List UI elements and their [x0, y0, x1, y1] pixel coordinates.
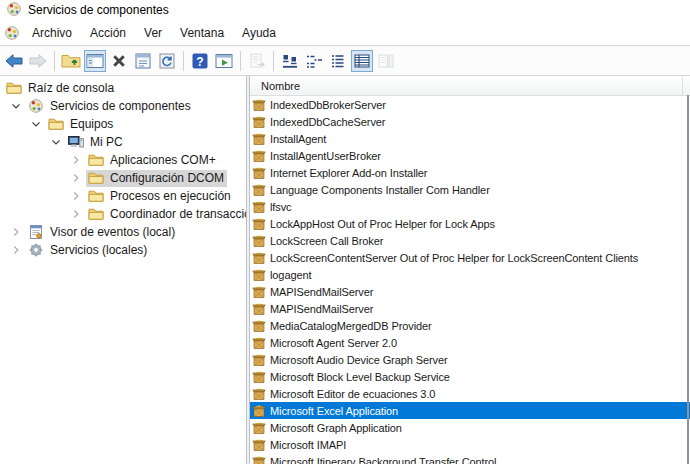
list-item[interactable]: MAPISendMailServer [250, 300, 690, 317]
dcom-application-icon [252, 98, 266, 112]
menu-ver[interactable]: Ver [135, 23, 171, 43]
chevron-collapsed-icon[interactable] [68, 152, 86, 168]
list-item[interactable]: Microsoft Editor de ecuaciones 3.0 [250, 385, 690, 402]
title-bar: Servicios de componentes [0, 0, 690, 20]
tree-item-configuracion-dcom[interactable]: Configuración DCOM [0, 169, 246, 187]
properties-button[interactable] [132, 50, 154, 72]
chevron-collapsed-icon[interactable] [8, 224, 26, 240]
extended-view-button[interactable] [375, 50, 397, 72]
chevron-collapsed-icon[interactable] [68, 188, 86, 204]
list-item-label: LockAppHost Out of Proc Helper for Lock … [270, 218, 495, 230]
tree-item-servicios-de-componentes[interactable]: Servicios de componentes [0, 97, 246, 115]
tree-item-servicios-locales[interactable]: Servicios (locales) [0, 241, 246, 259]
chevron-collapsed-icon[interactable] [68, 170, 86, 186]
list-item-label: lfsvc [270, 201, 292, 213]
toolbar-separator [54, 51, 55, 71]
list-item-label: Microsoft Graph Application [270, 422, 402, 434]
details-view-button[interactable] [351, 50, 373, 72]
list-item[interactable]: Microsoft IMAPI [250, 436, 690, 453]
up-one-level-button[interactable] [60, 50, 82, 72]
forward-button[interactable] [27, 50, 49, 72]
chevron-expanded-icon[interactable] [28, 116, 46, 132]
delete-button[interactable] [108, 50, 130, 72]
delete-icon [109, 51, 129, 71]
list-item-label: logagent [270, 269, 311, 281]
list-item[interactable]: LockScreenContentServer Out of Proc Help… [250, 249, 690, 266]
list-item[interactable]: IndexedDbBrokerServer [250, 96, 690, 113]
details-view-icon [352, 51, 372, 71]
window-title: Servicios de componentes [28, 3, 169, 17]
list-item-label: Microsoft Editor de ecuaciones 3.0 [270, 388, 435, 400]
chevron-expanded-icon[interactable] [8, 98, 26, 114]
list-item[interactable]: Microsoft Block Level Backup Service [250, 368, 690, 385]
refresh-button[interactable] [156, 50, 178, 72]
list-item[interactable]: Microsoft Graph Application [250, 419, 690, 436]
folder-icon [88, 152, 104, 168]
list-item-label: InstallAgent [270, 133, 326, 145]
tree-item-coordinador-de-transaccion[interactable]: Coordinador de transaccion [0, 205, 246, 223]
list-item-label: Microsoft IMAPI [270, 439, 346, 451]
list-view-button[interactable] [327, 50, 349, 72]
list-item[interactable]: InstallAgentUserBroker [250, 147, 690, 164]
list-item-partial[interactable]: Microsoft Itinerary Background Transfer … [250, 453, 690, 464]
list-item[interactable]: LockAppHost Out of Proc Helper for Lock … [250, 215, 690, 232]
toolbar-separator [240, 51, 241, 71]
chevron-collapsed-icon[interactable] [68, 206, 86, 222]
menu-ayuda[interactable]: Ayuda [233, 23, 285, 43]
list-item[interactable]: Microsoft Audio Device Graph Server [250, 351, 690, 368]
tree-item-label: Aplicaciones COM+ [110, 153, 216, 167]
tree-item-raiz-de-consola[interactable]: Raíz de consola [0, 79, 246, 97]
console-content: Raíz de consolaServicios de componentesE… [0, 76, 690, 464]
dcom-application-icon [252, 200, 266, 214]
large-buttons-view-icon[interactable] [279, 50, 301, 72]
folder-icon [88, 188, 104, 204]
list-item[interactable]: InstallAgent [250, 130, 690, 147]
dcom-application-icon [252, 387, 266, 401]
chevron-collapsed-icon[interactable] [8, 242, 26, 258]
small-buttons-view-icon[interactable] [303, 50, 325, 72]
dcom-application-icon [252, 166, 266, 180]
help-button[interactable]: ? [189, 50, 211, 72]
menu-bar: ArchivoAcciónVerVentanaAyuda [0, 20, 690, 46]
list-item[interactable]: lfsvc [250, 198, 690, 215]
list-item[interactable]: logagent [250, 266, 690, 283]
dcom-application-icon [252, 149, 266, 163]
export-list-button[interactable] [246, 50, 268, 72]
menu-ventana[interactable]: Ventana [171, 23, 233, 43]
list-item-label: IndexedDbCacheServer [270, 116, 385, 128]
list-item[interactable]: IndexedDbCacheServer [250, 113, 690, 130]
list-item[interactable]: Language Components Installer Com Handle… [250, 181, 690, 198]
list-item[interactable]: MediaCatalogMergedDB Provider [250, 317, 690, 334]
vertical-scrollbar[interactable] [687, 95, 689, 464]
list-item[interactable]: LockScreen Call Broker [250, 232, 690, 249]
list-item[interactable]: Microsoft Excel Application [250, 402, 690, 419]
tree-item-aplicaciones-com[interactable]: Aplicaciones COM+ [0, 151, 246, 169]
show-console-tree-button[interactable] [84, 50, 106, 72]
dcom-application-icon [252, 455, 266, 464]
tree-item-label: Equipos [70, 117, 113, 131]
dcom-application-icon [252, 336, 266, 350]
menu-archivo[interactable]: Archivo [23, 23, 81, 43]
dcom-application-icon [252, 217, 266, 231]
folder-icon [6, 80, 22, 96]
tree-item-equipos[interactable]: Equipos [0, 115, 246, 133]
back-button[interactable] [3, 50, 25, 72]
forward-icon [28, 51, 48, 71]
list-item[interactable]: Internet Explorer Add-on Installer [250, 164, 690, 181]
tree-item-procesos-en-ejecucion[interactable]: Procesos en ejecución [0, 187, 246, 205]
list-item[interactable]: Microsoft Agent Server 2.0 [250, 334, 690, 351]
list-item[interactable]: MAPISendMailServer [250, 283, 690, 300]
large-icons-view-icon [280, 51, 300, 71]
tree-item-label: Visor de eventos (local) [50, 225, 175, 239]
tree-item-mi-pc[interactable]: Mi PC [0, 133, 246, 151]
new-window-button[interactable] [213, 50, 235, 72]
dcom-application-icon [252, 183, 266, 197]
chevron-expanded-icon[interactable] [48, 134, 66, 150]
menu-accion[interactable]: Acción [81, 23, 135, 43]
com-plus-icon [4, 25, 20, 41]
column-header-nombre[interactable]: Nombre [250, 76, 683, 95]
dcom-application-icon [252, 132, 266, 146]
tree-item-visor-de-eventos-local[interactable]: Visor de eventos (local) [0, 223, 246, 241]
dcom-application-icon [252, 438, 266, 452]
list-item-label: LockScreen Call Broker [270, 235, 383, 247]
